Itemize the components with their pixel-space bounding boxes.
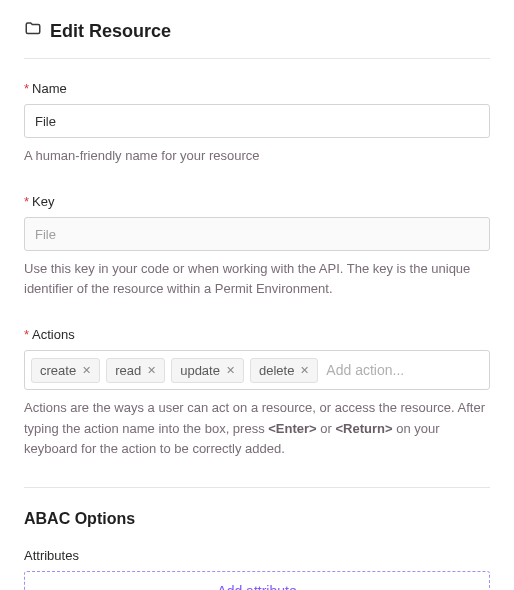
divider	[24, 58, 490, 59]
actions-label-text: Actions	[32, 327, 75, 342]
action-tag[interactable]: create ✕	[31, 358, 100, 383]
actions-help: Actions are the ways a user can act on a…	[24, 398, 490, 458]
page-title: Edit Resource	[50, 21, 171, 42]
action-tag-label: delete	[259, 363, 294, 378]
divider	[24, 487, 490, 488]
field-name: *Name A human-friendly name for your res…	[24, 81, 490, 166]
actions-tags-container[interactable]: create ✕ read ✕ update ✕ delete ✕	[24, 350, 490, 390]
actions-label: *Actions	[24, 327, 490, 342]
name-help: A human-friendly name for your resource	[24, 146, 490, 166]
folder-icon	[24, 20, 42, 42]
name-input[interactable]	[24, 104, 490, 138]
key-label: *Key	[24, 194, 490, 209]
action-tag[interactable]: delete ✕	[250, 358, 318, 383]
required-mark: *	[24, 81, 29, 96]
page-header: Edit Resource	[24, 20, 490, 42]
add-attribute-button[interactable]: Add attribute	[24, 571, 490, 590]
action-tag-label: update	[180, 363, 220, 378]
action-tag[interactable]: read ✕	[106, 358, 165, 383]
action-tag-label: read	[115, 363, 141, 378]
field-actions: *Actions create ✕ read ✕ update ✕ delete…	[24, 327, 490, 458]
close-icon[interactable]: ✕	[147, 365, 156, 376]
field-key: *Key Use this key in your code or when w…	[24, 194, 490, 299]
close-icon[interactable]: ✕	[82, 365, 91, 376]
name-label: *Name	[24, 81, 490, 96]
key-help: Use this key in your code or when workin…	[24, 259, 490, 299]
required-mark: *	[24, 194, 29, 209]
action-tag[interactable]: update ✕	[171, 358, 244, 383]
close-icon[interactable]: ✕	[226, 365, 235, 376]
attributes-label: Attributes	[24, 548, 490, 563]
action-tag-label: create	[40, 363, 76, 378]
abac-title: ABAC Options	[24, 510, 490, 528]
key-input[interactable]	[24, 217, 490, 251]
name-label-text: Name	[32, 81, 67, 96]
close-icon[interactable]: ✕	[300, 365, 309, 376]
key-label-text: Key	[32, 194, 54, 209]
required-mark: *	[24, 327, 29, 342]
actions-input[interactable]	[324, 358, 483, 382]
